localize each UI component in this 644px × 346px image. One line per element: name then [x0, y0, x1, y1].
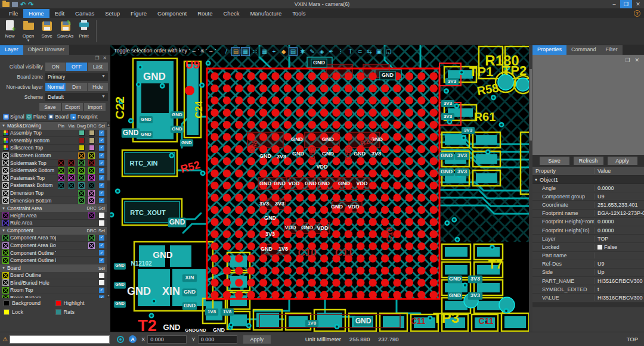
- origin-icon[interactable]: +: [270, 47, 278, 56]
- drc-visibility-cell[interactable]: [86, 160, 97, 166]
- layer-row[interactable]: Rule Area: [0, 220, 107, 227]
- drc-visibility-cell[interactable]: [86, 212, 97, 219]
- layer-row[interactable]: Room Bottom✓: [0, 294, 107, 298]
- layer-row[interactable]: Room Top✓: [0, 287, 107, 295]
- select-checkbox[interactable]: ✓: [97, 295, 107, 298]
- save-button[interactable]: Save: [540, 157, 569, 165]
- property-row[interactable]: PART_NAMEHI3516CRBCV300: [532, 277, 644, 285]
- dwg-visibility-cell[interactable]: [76, 182, 86, 189]
- filter-plane[interactable]: ⬡Plane: [26, 114, 47, 120]
- shape-icon[interactable]: ◈: [317, 47, 326, 56]
- via-visibility-cell[interactable]: [66, 182, 76, 189]
- property-row[interactable]: Coordinate251.653,233.401: [532, 201, 644, 209]
- import-scheme-button[interactable]: Import: [84, 103, 106, 111]
- property-row[interactable]: LockedFalse: [532, 243, 644, 251]
- dwg-visibility-cell[interactable]: [76, 167, 86, 174]
- option-hide[interactable]: Hide: [88, 83, 108, 91]
- close-button[interactable]: ✕: [632, 0, 644, 8]
- select-checkbox[interactable]: [97, 213, 107, 218]
- via-visibility-cell[interactable]: [66, 160, 76, 166]
- array-icon[interactable]: ▦: [260, 47, 269, 56]
- filter-footprint[interactable]: ●Footprint: [70, 114, 98, 120]
- layer-row[interactable]: Silkscreen Top✓: [0, 145, 107, 152]
- layer-row[interactable]: Assembly Bottom✓: [0, 137, 107, 145]
- option-normal[interactable]: Normal: [45, 83, 66, 91]
- collapse-icon[interactable]: ▼: [534, 178, 538, 182]
- window-icon[interactable]: ◱: [384, 47, 393, 56]
- layer-section-constraint-area[interactable]: ▼Constraint AreaDRCSel: [0, 204, 107, 212]
- pen-icon[interactable]: ✒: [327, 47, 336, 56]
- property-row[interactable]: SYMBOL_EDITEDt: [532, 285, 644, 294]
- refresh-button[interactable]: Refresh: [574, 157, 603, 165]
- property-row[interactable]: SideUp: [532, 269, 644, 277]
- dwg-visibility-cell[interactable]: [76, 190, 86, 197]
- property-row[interactable]: Footprint Height(From)0.0000: [532, 218, 644, 226]
- drc-visibility-cell[interactable]: [86, 182, 97, 189]
- layer-section-component[interactable]: ▼ComponentDRCSel: [0, 227, 107, 235]
- drc-visibility-cell[interactable]: [86, 145, 97, 151]
- drc-visibility-cell[interactable]: [86, 242, 97, 249]
- drc-visibility-cell[interactable]: [86, 197, 97, 204]
- text-icon[interactable]: T: [346, 47, 355, 56]
- drc-visibility-cell[interactable]: [86, 190, 97, 197]
- property-row[interactable]: Component groupU9: [532, 192, 644, 201]
- settings-icon[interactable]: ✱: [298, 47, 307, 56]
- dwg-visibility-cell[interactable]: [76, 130, 86, 136]
- tab-properties[interactable]: Properties: [532, 45, 566, 55]
- layer-row[interactable]: Component Outline Bottom✓: [0, 257, 107, 264]
- property-row[interactable]: Footprint nameBGA-12X12-273P-0_65: [532, 210, 644, 218]
- menu-tools[interactable]: Tools: [287, 9, 311, 18]
- dwg-visibility-cell[interactable]: [76, 145, 86, 151]
- menu-check[interactable]: Check: [218, 9, 245, 18]
- select-checkbox[interactable]: ✓: [97, 168, 107, 173]
- layer-row[interactable]: Board Outline: [0, 272, 107, 280]
- drc-visibility-cell[interactable]: [86, 235, 97, 241]
- dwg-visibility-cell[interactable]: [76, 197, 86, 204]
- drc-visibility-cell[interactable]: [86, 138, 97, 144]
- layer-row[interactable]: Height Area: [0, 212, 107, 220]
- dwg-visibility-cell[interactable]: [76, 138, 86, 144]
- property-value[interactable]: BGA-12X12-273P-0_65: [595, 210, 644, 216]
- open-button[interactable]: Open▼: [20, 18, 37, 45]
- pin-visibility-cell[interactable]: [56, 167, 66, 174]
- property-value[interactable]: 0.0000: [595, 185, 644, 191]
- x-coordinate-input[interactable]: 0.000: [147, 335, 187, 344]
- select-checkbox[interactable]: ✓: [97, 288, 107, 293]
- locked-checkbox[interactable]: [597, 245, 602, 250]
- layer-row[interactable]: Component Area Top✓: [0, 235, 107, 242]
- select-order-icon[interactable]: ▤: [231, 47, 240, 56]
- property-row[interactable]: Footprint Height(To)0.0000: [532, 226, 644, 235]
- menu-component[interactable]: Component: [152, 9, 192, 18]
- help-icon[interactable]: ?: [634, 10, 640, 17]
- select-checkbox[interactable]: ✓: [97, 153, 107, 158]
- list-icon[interactable]: ▤: [289, 47, 298, 56]
- option-dim[interactable]: Dim: [66, 83, 86, 91]
- property-row[interactable]: Angle0.0000: [532, 184, 644, 192]
- via-visibility-cell[interactable]: [66, 174, 76, 181]
- layer-row[interactable]: Silkscreen Bottom✓: [0, 152, 107, 160]
- property-value[interactable]: Up: [595, 269, 644, 275]
- layer-row[interactable]: Component Outline Top✓: [0, 250, 107, 257]
- property-value[interactable]: TOP: [595, 236, 644, 242]
- object-group-row[interactable]: ▼ Object1: [532, 176, 644, 184]
- select-checkbox[interactable]: ✓: [97, 175, 107, 180]
- canvas-scrollbar[interactable]: [529, 45, 532, 332]
- layer-section-board[interactable]: ▼BoardSel: [0, 264, 107, 272]
- net-icon[interactable]: ⊂: [355, 47, 364, 56]
- layer-row[interactable]: Pastemask Bottom✓: [0, 182, 107, 190]
- drc-visibility-cell[interactable]: [86, 130, 97, 136]
- select-checkbox[interactable]: ✓: [97, 145, 107, 151]
- new-button[interactable]: +New: [1, 18, 18, 45]
- layer-row[interactable]: Dimension Top✓: [0, 189, 107, 197]
- property-value[interactable]: U9: [595, 194, 644, 200]
- via-visibility-cell[interactable]: [66, 167, 76, 174]
- layer-row[interactable]: Pastemask Top✓: [0, 174, 107, 182]
- menu-canvas[interactable]: Canvas: [70, 9, 100, 18]
- property-value[interactable]: 251.653,233.401: [595, 202, 644, 208]
- pcb-drawing[interactable]: C22GNDC24U9GNDGNDGNDGNDGNDGNDRTC_XINRTC_…: [110, 45, 532, 332]
- board-zone-select[interactable]: Primary▼: [45, 73, 108, 81]
- close-panel-icon[interactable]: ✕: [634, 57, 639, 63]
- property-value[interactable]: HI3516CRBCV300: [595, 278, 644, 284]
- layer-section-mask-drawing[interactable]: ▼Mask&DrawingPinViaDwgDRCSel: [0, 122, 107, 130]
- measure-icon[interactable]: /: [222, 47, 231, 56]
